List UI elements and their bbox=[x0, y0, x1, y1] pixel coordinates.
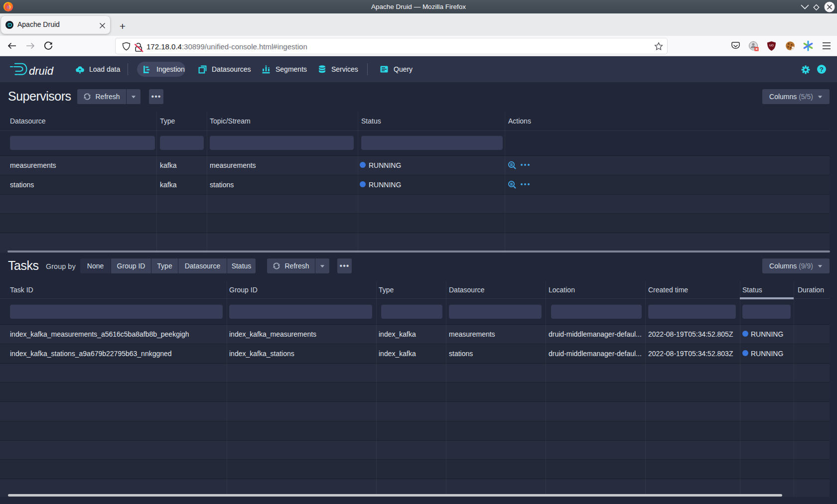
svg-text:?: ? bbox=[820, 66, 824, 73]
svg-text:druid: druid bbox=[29, 65, 54, 76]
svg-text:UO: UO bbox=[769, 44, 774, 47]
